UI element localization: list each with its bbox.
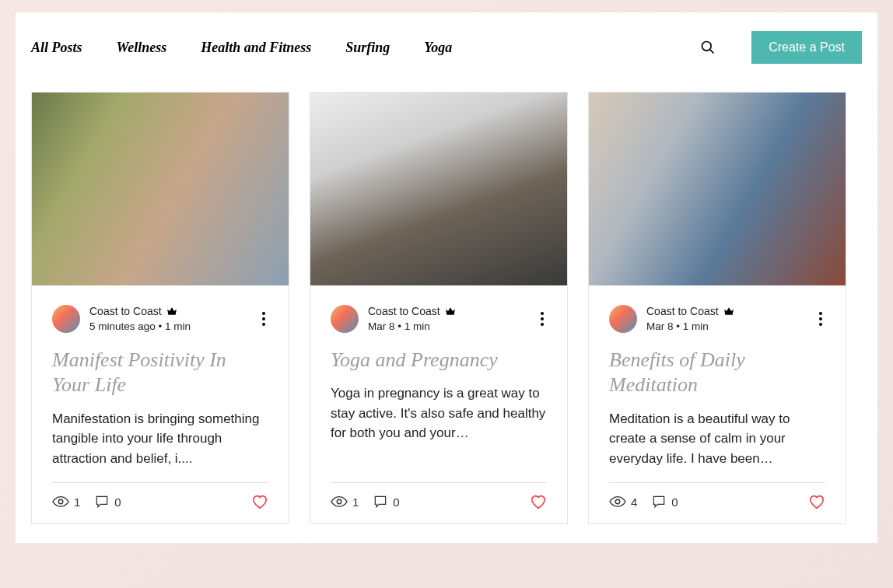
views-stat[interactable]: 4 xyxy=(609,495,637,509)
eye-icon xyxy=(331,495,348,508)
post-meta: Mar 8 • 1 min xyxy=(368,320,538,334)
more-options-button[interactable] xyxy=(538,309,547,329)
comment-icon xyxy=(373,494,388,509)
more-vertical-icon xyxy=(262,312,265,326)
svg-point-9 xyxy=(337,499,341,504)
nav-yoga[interactable]: Yoga xyxy=(424,40,452,56)
svg-line-1 xyxy=(710,50,714,54)
svg-point-3 xyxy=(262,317,265,320)
like-button[interactable] xyxy=(530,494,547,509)
comments-stat[interactable]: 0 xyxy=(94,494,121,509)
post-excerpt: Meditation is a beautiful way to create … xyxy=(609,409,825,469)
post-title[interactable]: Benefits of Daily Meditation xyxy=(609,348,825,398)
like-button[interactable] xyxy=(251,494,268,509)
more-vertical-icon xyxy=(541,312,544,326)
post-excerpt: Yoga in pregnancy is a great way to stay… xyxy=(331,383,547,468)
author-name[interactable]: Coast to Coast xyxy=(368,304,440,318)
post-meta: 5 minutes ago • 1 min xyxy=(89,320,259,334)
post-title[interactable]: Manifest Positivity In Your Life xyxy=(52,348,268,398)
views-stat[interactable]: 1 xyxy=(52,495,80,509)
nav-health-fitness[interactable]: Health and Fitness xyxy=(201,40,311,56)
views-count: 1 xyxy=(74,495,80,509)
search-button[interactable] xyxy=(695,35,720,60)
svg-point-0 xyxy=(702,42,712,51)
post-excerpt: Manifestation is bringing something tang… xyxy=(52,409,268,469)
admin-crown-icon xyxy=(445,306,456,316)
svg-point-11 xyxy=(819,317,822,320)
category-nav: All Posts Wellness Health and Fitness Su… xyxy=(31,40,452,56)
nav-surfing[interactable]: Surfing xyxy=(345,40,390,56)
post-card[interactable]: Coast to Coast Mar 8 • 1 min xyxy=(588,92,846,524)
svg-point-4 xyxy=(262,323,265,326)
post-grid: Coast to Coast 5 minutes ago • 1 min xyxy=(16,81,877,543)
post-image xyxy=(589,93,846,285)
svg-point-2 xyxy=(262,312,265,315)
like-button[interactable] xyxy=(808,494,825,509)
comment-icon xyxy=(94,494,110,509)
post-meta: Mar 8 • 1 min xyxy=(646,320,816,334)
views-count: 4 xyxy=(631,495,637,509)
post-card[interactable]: Coast to Coast Mar 8 • 1 min xyxy=(310,92,568,524)
nav-all-posts[interactable]: All Posts xyxy=(31,40,82,56)
comments-count: 0 xyxy=(671,495,678,509)
post-image xyxy=(310,93,567,285)
nav-wellness[interactable]: Wellness xyxy=(117,40,167,56)
heart-icon xyxy=(808,494,825,509)
more-options-button[interactable] xyxy=(816,309,825,329)
eye-icon xyxy=(609,495,626,508)
comments-count: 0 xyxy=(393,495,399,509)
create-post-button[interactable]: Create a Post xyxy=(751,31,862,64)
svg-point-6 xyxy=(541,312,544,315)
more-options-button[interactable] xyxy=(259,309,268,329)
svg-point-13 xyxy=(615,499,620,504)
svg-point-7 xyxy=(541,317,544,320)
topbar: All Posts Wellness Health and Fitness Su… xyxy=(16,12,877,81)
search-icon xyxy=(700,40,716,55)
comments-stat[interactable]: 0 xyxy=(373,494,399,509)
comments-count: 0 xyxy=(114,495,121,509)
author-avatar[interactable] xyxy=(609,305,637,333)
views-count: 1 xyxy=(352,495,359,509)
views-stat[interactable]: 1 xyxy=(331,495,359,509)
post-title[interactable]: Yoga and Pregnancy xyxy=(331,348,547,373)
comments-stat[interactable]: 0 xyxy=(651,494,678,509)
svg-point-12 xyxy=(819,323,822,326)
heart-icon xyxy=(530,494,547,509)
eye-icon xyxy=(52,495,69,508)
author-avatar[interactable] xyxy=(52,305,80,333)
post-card[interactable]: Coast to Coast 5 minutes ago • 1 min xyxy=(31,92,289,524)
author-avatar[interactable] xyxy=(331,305,359,333)
author-name[interactable]: Coast to Coast xyxy=(89,304,162,318)
heart-icon xyxy=(251,494,268,509)
post-image xyxy=(32,93,289,285)
svg-point-8 xyxy=(541,323,544,326)
more-vertical-icon xyxy=(819,312,822,326)
svg-point-5 xyxy=(58,499,63,504)
admin-crown-icon xyxy=(166,306,177,316)
admin-crown-icon xyxy=(723,306,734,316)
comment-icon xyxy=(651,494,667,509)
author-name[interactable]: Coast to Coast xyxy=(646,304,719,318)
svg-point-10 xyxy=(819,312,822,315)
